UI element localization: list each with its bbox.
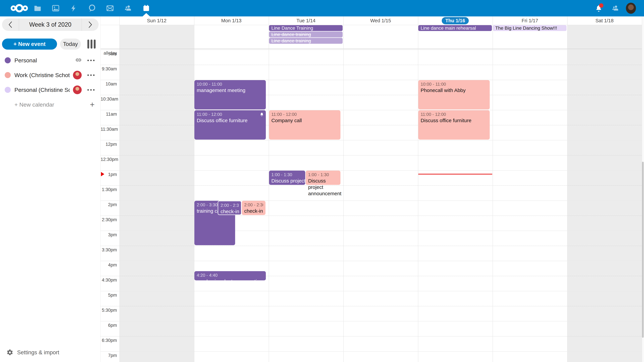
- calendar-week-view: all-day Sun 1/12Mon 1/13Tue 1/14Wed 1/15…: [100, 16, 644, 362]
- calendar-name: Personal: [14, 57, 37, 64]
- grid-line: [100, 155, 642, 156]
- plus-icon[interactable]: +: [90, 101, 94, 108]
- day-header-thu[interactable]: Thu 1/16: [418, 16, 492, 25]
- grid-line: [100, 276, 642, 276]
- contacts-icon[interactable]: [119, 0, 137, 16]
- calendar-item-actions: [73, 71, 94, 79]
- today-button[interactable]: Today: [60, 38, 81, 50]
- vertical-scrollbar-thumb[interactable]: [642, 162, 644, 338]
- event-time: 2:00 - 2:30: [244, 202, 263, 208]
- talk-icon[interactable]: [83, 0, 101, 16]
- event-time: 4:20 - 4:40: [197, 272, 264, 278]
- new-calendar-label: + New calendar: [14, 101, 54, 108]
- calendar-item-actions: [75, 57, 94, 64]
- week-range-label[interactable]: Week 3 of 2020: [19, 18, 82, 31]
- day-header-tue[interactable]: Tue 1/14: [269, 16, 343, 25]
- settings-import-label: Settings & import: [17, 349, 59, 356]
- event[interactable]: 1:00 - 1:30Discuss project announcement: [306, 171, 340, 185]
- event[interactable]: 10:00 - 11:00Phonecall with Abby: [418, 80, 490, 109]
- all-day-divider: [100, 49, 642, 49]
- user-avatar[interactable]: [626, 0, 636, 16]
- grid-line: [100, 231, 642, 231]
- all-day-event[interactable]: Line dance training: [269, 31, 343, 37]
- photos-icon[interactable]: [46, 0, 65, 16]
- day-header-mon[interactable]: Mon 1/13: [194, 16, 269, 25]
- link-icon[interactable]: [75, 57, 82, 64]
- alarm-bell-icon: [260, 112, 264, 117]
- event[interactable]: 11:00 - 12:00Company call: [269, 110, 340, 140]
- day-header-sun[interactable]: Sun 1/12: [120, 16, 194, 25]
- time-label: 3:30pm: [100, 247, 117, 253]
- week-navigation: Week 3 of 2020: [2, 18, 98, 31]
- event[interactable]: 11:00 - 12:00Discuss office furniture: [194, 110, 266, 140]
- more-actions-icon[interactable]: [88, 74, 94, 76]
- previous-week-button[interactable]: [2, 18, 19, 31]
- time-label: 10am: [100, 81, 117, 87]
- calendar-list-item[interactable]: Work (Christine Schott): [0, 68, 100, 82]
- day-header-fri[interactable]: Fri 1/17: [492, 16, 567, 25]
- time-label: 5pm: [100, 293, 117, 298]
- grid-line: [100, 170, 642, 171]
- grid-line: [343, 16, 344, 362]
- current-time-arrow: [101, 172, 104, 176]
- event[interactable]: 2:00 - 2:30check-in: [218, 201, 242, 215]
- event-time: 11:00 - 12:00: [197, 111, 264, 117]
- top-navigation-bar: [0, 0, 644, 16]
- grid-line: [100, 65, 642, 65]
- time-label: 11:30am: [100, 127, 117, 132]
- all-day-event[interactable]: Line dance training: [269, 38, 343, 44]
- time-label: 12:30pm: [100, 157, 117, 162]
- calendar-list-item[interactable]: Personal: [0, 53, 100, 68]
- calendar-name: Work (Christine Schott): [14, 72, 70, 78]
- calendar-color-dot: [5, 87, 11, 93]
- time-label: 12pm: [100, 142, 117, 147]
- event[interactable]: 10:00 - 11:00management meeting: [194, 80, 266, 109]
- grid-line: [100, 306, 642, 306]
- new-calendar-button[interactable]: + New calendar+: [0, 97, 100, 112]
- grid-line: [100, 291, 642, 291]
- next-week-button[interactable]: [82, 18, 98, 31]
- calendar-list-item[interactable]: Personal (Christine Scho...: [0, 82, 100, 97]
- settings-import[interactable]: Settings & import: [0, 346, 100, 359]
- day-header-wed[interactable]: Wed 1/15: [343, 16, 418, 25]
- mail-icon[interactable]: [101, 0, 119, 16]
- notifications-bell-icon[interactable]: [594, 0, 604, 16]
- event[interactable]: 11:00 - 12:00Discuss office furniture: [418, 110, 490, 140]
- activity-icon[interactable]: [65, 0, 83, 16]
- grid-line: [100, 185, 642, 186]
- time-label: 6:30pm: [100, 338, 117, 343]
- time-label: 5:30pm: [100, 308, 117, 313]
- event-title: Discuss project announcement: [271, 178, 303, 184]
- more-actions-icon[interactable]: [88, 89, 94, 91]
- grid-line: [418, 16, 418, 362]
- more-actions-icon[interactable]: [88, 60, 94, 61]
- active-app-indicator: [142, 13, 150, 16]
- time-label: 9:30am: [100, 66, 117, 71]
- all-day-event[interactable]: Line dance main rehearsal: [418, 25, 492, 31]
- grid-line: [100, 200, 642, 201]
- all-day-event[interactable]: Line Dance Training: [269, 25, 343, 31]
- all-day-event[interactable]: The Big Line Dancing Show!!!: [493, 25, 566, 31]
- grid-line: [100, 140, 642, 140]
- accounts-icon[interactable]: [610, 0, 620, 16]
- grid-line: [120, 16, 120, 362]
- grid-line: [567, 16, 568, 362]
- event[interactable]: 1:00 - 1:30Discuss project announcement: [269, 171, 305, 185]
- grid-line: [100, 80, 642, 80]
- shared-by-avatar: [73, 85, 82, 94]
- today-badge[interactable]: Thu 1/16: [442, 17, 469, 24]
- time-label: 4pm: [100, 263, 117, 268]
- event[interactable]: 4:20 - 4:40purchasing dept conversation: [194, 271, 266, 280]
- grid-line: [194, 16, 194, 362]
- day-header-sat[interactable]: Sat 1/18: [567, 16, 642, 25]
- files-icon[interactable]: [28, 0, 46, 16]
- new-event-button[interactable]: + New event: [2, 38, 57, 50]
- sidebar: Week 3 of 2020 + New event Today Persona…: [0, 16, 100, 362]
- time-label: 2:30pm: [100, 217, 117, 222]
- event[interactable]: 2:00 - 2:30check-in: [242, 201, 266, 215]
- time-label: 10:30am: [100, 96, 117, 102]
- week-view-columns-icon[interactable]: [88, 39, 96, 49]
- user-avatar-image: [626, 3, 636, 14]
- gear-icon: [6, 349, 14, 356]
- nextcloud-logo[interactable]: [7, 2, 32, 14]
